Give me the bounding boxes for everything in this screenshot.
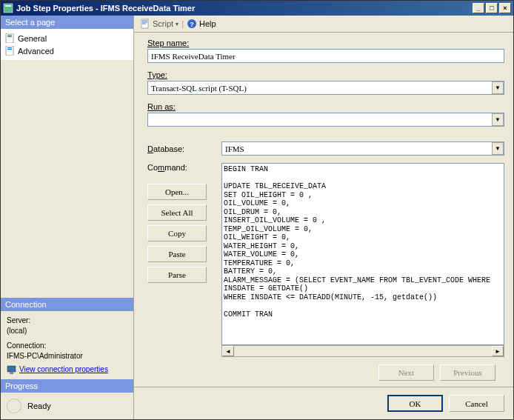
form-area: Step name: Type: ▼ Run as: ▼ [134,33,513,387]
page-icon [5,46,15,56]
maximize-button[interactable]: □ [486,3,498,13]
horizontal-scrollbar[interactable]: ◄ ► [221,345,504,357]
run-as-field: Run as: ▼ [147,102,504,127]
sidebar-item-label: General [18,34,47,43]
sidebar-item-general[interactable]: General [4,32,130,44]
connection-link-text: View connection properties [19,364,108,375]
sidebar-item-label: Advanced [18,47,54,56]
ok-button[interactable]: OK [387,395,443,412]
command-buttons-column: Command: Open... Select All Copy Paste P… [147,163,214,357]
select-page-header: Select a page [1,16,133,29]
help-icon: ? [187,19,197,29]
page-icon [5,33,15,43]
svg-rect-3 [7,35,12,36]
connection-icon [7,365,16,375]
toolbar: Script ▾ | ? Help [134,16,513,33]
connection-header: Connection [1,298,133,311]
run-as-select[interactable] [147,113,504,127]
window-controls: _ □ × [473,3,511,13]
svg-rect-4 [7,36,12,37]
svg-text:?: ? [190,21,194,28]
command-textarea[interactable] [221,163,504,345]
step-name-label: Step name: [147,39,504,47]
svg-rect-1 [5,5,11,7]
main-panel: Script ▾ | ? Help Step name: Type: [134,16,513,419]
help-label: Help [199,19,216,28]
progress-header: Progress [1,379,133,393]
progress-status: Ready [27,401,51,410]
svg-rect-9 [10,372,13,374]
server-label: Server: [7,316,127,326]
sidebar-item-advanced[interactable]: Advanced [4,44,130,57]
dialog-window: Job Step Properties - IFMS ReceiveData T… [0,0,514,420]
close-button[interactable]: × [499,3,511,13]
sidebar-spacer [1,60,133,298]
connection-label: Connection: [7,341,127,351]
step-name-field: Step name: [147,39,504,63]
sidebar: Select a page General Advanced Connectio… [1,16,134,419]
dialog-footer: OK Cancel [134,387,513,419]
command-label: Command: [147,163,214,172]
progress-spinner-icon [7,399,21,413]
toolbar-separator: | [181,19,184,28]
dialog-body: Select a page General Advanced Connectio… [1,16,513,419]
connection-panel: Server: (local) Connection: IFMS-PC\Admi… [1,311,133,379]
type-select[interactable] [147,81,504,95]
step-name-input[interactable] [147,49,504,63]
scroll-left-icon[interactable]: ◄ [222,346,234,356]
database-select[interactable] [221,141,504,156]
svg-rect-8 [7,366,16,372]
help-button[interactable]: ? Help [187,19,216,29]
app-icon [3,3,13,13]
script-label: Script [153,19,173,28]
svg-rect-2 [6,33,13,43]
script-button[interactable]: Script ▾ [140,19,178,29]
svg-rect-5 [6,46,13,56]
parse-button[interactable]: Parse [147,267,207,283]
server-value: (local) [7,326,127,336]
paste-button[interactable]: Paste [147,246,207,262]
copy-button[interactable]: Copy [147,225,207,241]
database-label: Database: [147,144,214,153]
open-button[interactable]: Open... [147,184,207,200]
svg-rect-0 [4,4,13,13]
command-section: Command: Open... Select All Copy Paste P… [147,163,504,357]
svg-rect-7 [7,49,12,50]
select-all-button[interactable]: Select All [147,204,207,221]
next-button[interactable]: Next [378,364,434,381]
cancel-button[interactable]: Cancel [449,395,504,412]
nav-buttons: Next Previous [147,357,504,384]
connection-value: IFMS-PC\Administrator [7,351,127,361]
minimize-button[interactable]: _ [473,3,484,13]
previous-button[interactable]: Previous [440,364,495,381]
window-title: Job Step Properties - IFMS ReceiveData T… [16,4,473,13]
run-as-label: Run as: [147,102,504,111]
nav-list: General Advanced [1,29,133,60]
type-field: Type: ▼ [147,70,504,95]
svg-rect-6 [7,47,12,48]
view-connection-link[interactable]: View connection properties [7,364,127,375]
command-text-wrap: ◄ ► [221,163,504,357]
scroll-right-icon[interactable]: ► [492,346,504,356]
title-bar: Job Step Properties - IFMS ReceiveData T… [1,1,513,16]
progress-panel: Ready [1,393,133,419]
type-label: Type: [147,70,504,79]
script-icon [140,19,150,29]
database-field: Database: ▼ [147,141,504,156]
